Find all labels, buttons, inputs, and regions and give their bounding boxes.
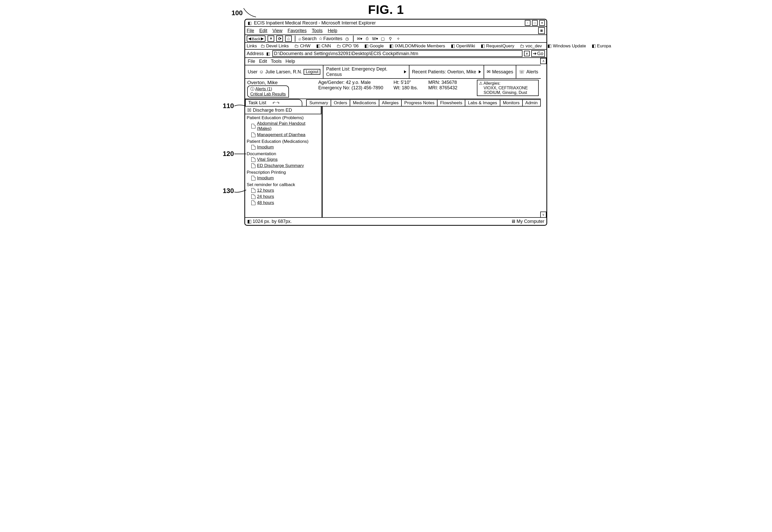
link-europa[interactable]: ◧ Europa [592, 43, 613, 49]
tasklist-item-label: Abdominal Pain Handout (Males) [257, 121, 320, 131]
tasklist-section: Patient Education (Problems) [245, 114, 321, 120]
link-ixml[interactable]: ◧ IXMLDOMNode Members [390, 43, 447, 49]
ie-menu-favorites[interactable]: Favorites [288, 28, 307, 33]
search-button[interactable]: ⌕Search [298, 36, 316, 41]
patient-header: Overton, Mike ⓘ Alerts (1) Critical Lab … [245, 79, 541, 99]
app-topbar: User ☺ Julie Larsen, R.N. Logout Patient… [245, 65, 541, 79]
figure-ref-100: 100 [231, 8, 258, 18]
patient-alerts-box[interactable]: ⓘ Alerts (1) Critical Lab Results [247, 85, 289, 98]
checkbox-icon[interactable]: ☒ [247, 107, 251, 113]
stop-button[interactable]: × [267, 36, 274, 42]
app-menu-file[interactable]: File [248, 59, 255, 64]
app-menu-edit[interactable]: Edit [259, 59, 267, 64]
messages-cell[interactable]: ✉Messages [484, 65, 516, 78]
page-icon: ◧ [247, 219, 251, 224]
tab-admin[interactable]: Admin [522, 99, 541, 106]
home-button[interactable]: ⌂ [285, 36, 292, 42]
link-cpo[interactable]: 🗀 CPO '06 [336, 43, 360, 49]
alerts-cell[interactable]: ☏Alerts [516, 65, 541, 78]
patient-mrn: MRN: 345678 [428, 80, 457, 85]
research-button[interactable]: ⚲ [388, 36, 393, 41]
logout-button[interactable]: Logout [303, 69, 320, 75]
tasklist-item[interactable]: 24 hours [245, 194, 321, 200]
window-title: ECIS Inpatient Medical Record - Microsof… [254, 20, 523, 26]
tasklist-section: Set reminder for callback [245, 181, 321, 187]
edit-button[interactable]: W▾ [372, 36, 378, 41]
minimize-button[interactable]: - [525, 20, 531, 26]
tab-summary[interactable]: Summary [306, 99, 331, 106]
link-cnn[interactable]: ◧ CNN [316, 43, 333, 49]
tab-tasklist[interactable]: Task List ↶ ↷ [245, 99, 302, 106]
link-devel[interactable]: 🗀 Devel Links [260, 43, 291, 49]
scroll-down[interactable]: v [540, 212, 547, 218]
callout-110: 110 [223, 102, 247, 110]
link-vocdev[interactable]: 🗀 voc_dev [520, 43, 544, 49]
go-button[interactable]: ➔Go [531, 50, 545, 57]
close-button[interactable]: × [539, 20, 545, 26]
messenger-button[interactable]: ✧ [395, 36, 401, 41]
workspace: ☒ Discharge from ED Patient Education (P… [245, 107, 541, 218]
mail-button[interactable]: ✉▾ [356, 36, 362, 41]
tasklist-item[interactable]: 48 hours [245, 200, 321, 206]
ie-menu-view[interactable]: View [272, 28, 282, 33]
tasklist-item[interactable]: ED Discharge Summary [245, 163, 321, 169]
document-icon [251, 163, 255, 168]
tab-allergies[interactable]: Allergies [379, 99, 402, 106]
tasklist-item[interactable]: Imodium [245, 144, 321, 150]
app-menu-help[interactable]: Help [285, 59, 295, 64]
critical-lab-link[interactable]: Critical Lab Results [250, 92, 286, 97]
tasklist-header[interactable]: ☒ Discharge from ED [245, 107, 321, 114]
scroll-up[interactable]: ʌ [540, 58, 547, 64]
tasklist-section: Documentation [245, 150, 321, 156]
tasklist-item[interactable]: Management of Diarrhea [245, 132, 321, 138]
status-dimensions: 1024 px. by 687px. [253, 219, 292, 224]
callout-130: 130 [223, 187, 247, 195]
favorites-button[interactable]: ☆Favorites [318, 36, 342, 41]
ie-menu-tools[interactable]: Tools [312, 28, 323, 33]
link-chw[interactable]: 🗀 CHW [294, 43, 312, 49]
ie-menubar: File Edit View Favorites Tools Help ⊞ [245, 27, 547, 35]
link-openwiki[interactable]: ◧ OpenWiki [451, 43, 477, 49]
allergies-list: VIOXX, CEFTRIAXONE SODIUM, Ginsing, Dust [479, 86, 537, 95]
recent-patients-cell[interactable]: Recent Patients: Overton, Mike [410, 65, 484, 78]
refresh-button[interactable]: ⟳ [276, 36, 283, 42]
main-pane [322, 107, 541, 217]
links-bar: Links 🗀 Devel Links 🗀 CHW ◧ CNN 🗀 CPO '0… [245, 43, 547, 50]
tasklist-item[interactable]: Imodium [245, 175, 321, 181]
tasklist-item[interactable]: 12 hours [245, 187, 321, 194]
link-google[interactable]: ◧ Google [364, 43, 386, 49]
address-input[interactable]: D:\Documents and Settings\ms32091\Deskto… [272, 50, 523, 57]
tab-monitors[interactable]: Monitors [500, 99, 523, 106]
tab-orders[interactable]: Orders [330, 99, 350, 106]
user-label: User [248, 69, 257, 75]
tasklist-section: Patient Education (Medications) [245, 138, 321, 144]
chevron-right-icon [479, 70, 481, 73]
status-bar: ◧ 1024 px. by 687px. 🖥 My Computer [245, 218, 547, 225]
tab-labs-images[interactable]: Labs & Images [465, 99, 500, 106]
link-winupdate[interactable]: ◧ Windows Update [548, 43, 588, 49]
app-menu-tools[interactable]: Tools [271, 59, 282, 64]
document-icon [251, 124, 255, 128]
tasklist-item[interactable]: Vital Signs [245, 156, 321, 163]
history-button[interactable]: ◷ [344, 36, 350, 41]
tasklist-nav-icons[interactable]: ↶ ↷ [272, 101, 280, 105]
discuss-button[interactable]: ▢ [380, 36, 385, 41]
back-button[interactable]: ◀Back▶ [247, 36, 265, 42]
tasklist-panel: ☒ Discharge from ED Patient Education (P… [245, 107, 322, 217]
page-icon: ◧ [265, 51, 271, 56]
ie-menu-edit[interactable]: Edit [259, 28, 267, 33]
address-dropdown[interactable]: v [524, 51, 530, 56]
maximize-button[interactable]: □ [532, 20, 538, 26]
tasklist-item[interactable]: Abdominal Pain Handout (Males) [245, 120, 321, 132]
link-requestquery[interactable]: ◧ RequestQuery [481, 43, 516, 49]
print-button[interactable]: ⎙ [364, 36, 370, 41]
patient-list-cell[interactable]: Patient List: Emergency Dept. Census [323, 65, 409, 78]
tab-medications[interactable]: Medications [350, 99, 379, 106]
tab-flowsheets[interactable]: Flowsheets [437, 99, 465, 106]
tasklist-item-label: Imodium [257, 176, 274, 181]
document-icon [251, 145, 255, 150]
tab-progress-notes[interactable]: Progress Notes [401, 99, 438, 106]
user-name: Julie Larsen, R.N. [265, 69, 302, 75]
ie-menu-help[interactable]: Help [328, 28, 337, 33]
ie-menu-file[interactable]: File [247, 28, 254, 33]
